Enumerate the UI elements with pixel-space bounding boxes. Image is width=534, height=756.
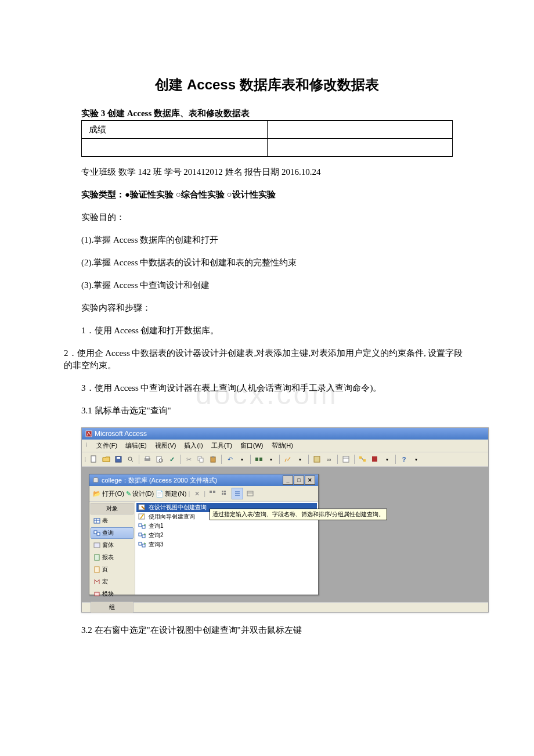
print-preview-icon[interactable] [154,454,165,465]
app-titlebar: Microsoft Access [82,428,488,440]
close-button[interactable]: ✕ [305,476,315,485]
dropdown-icon[interactable]: ▼ [266,454,276,465]
objects-tables[interactable]: 表 [91,515,134,527]
toolbar-separator [250,455,251,464]
objects-forms[interactable]: 窗体 [91,539,134,551]
toolbar: ⁞ ✓ ✂ ↶ ▼ ▼ ▼ ∞ [82,452,488,467]
svg-line-5 [131,460,133,462]
step-3: 3．使用 Access 中查询设计器在表上查询(人机会话查询和手工录入查询命令)… [81,382,470,394]
new-file-icon[interactable] [89,454,99,465]
list-query-2[interactable]: 查询2 [136,531,317,540]
office-links-icon[interactable] [254,454,264,465]
menu-insert[interactable]: 插入(I) [184,441,203,450]
svg-rect-20 [343,456,349,462]
design-shortcut-icon [138,504,146,511]
small-icons-icon[interactable] [219,488,230,499]
menu-view[interactable]: 视图(V) [155,441,176,450]
save-icon[interactable] [113,454,124,465]
dropdown-icon[interactable]: ▼ [295,454,305,465]
score-cell-empty1 [82,139,268,157]
menu-edit[interactable]: 编辑(E) [125,441,147,450]
menu-help[interactable]: 帮助(H) [272,441,293,450]
undo-icon[interactable]: ↶ [225,454,235,465]
search-icon[interactable] [125,454,136,465]
svg-rect-32 [224,493,226,495]
maximize-button[interactable]: □ [294,476,304,485]
open-file-icon[interactable] [101,454,111,465]
svg-rect-15 [259,458,262,461]
page-title: 创建 Access 数据库表和修改数据表 [64,75,470,94]
document-page: docx.com 创建 Access 数据库表和修改数据表 实验 3 创建 Ac… [0,0,534,756]
score-table: 成绩 [81,120,453,157]
menu-window[interactable]: 窗口(W) [240,441,264,450]
db-toolbar: 📂打开(O) ✎设计(D) 📄新建(N) | ✕ | [89,486,318,502]
cut-icon[interactable]: ✂ [183,454,194,465]
queries-label: 查询 [102,529,114,537]
content-heading: 实验内容和步骤： [81,302,470,314]
step-3-1: 3.1 鼠标单击选定"查询" [81,405,470,417]
large-icons-icon[interactable] [207,488,218,499]
toolbar-grip-icon: ⁞ [84,456,86,463]
toolbar-separator [354,455,355,464]
db-open-button[interactable]: 📂打开(O) [93,489,124,498]
toolbar-options-icon[interactable]: ▾ [411,454,421,465]
objects-pages[interactable]: 页 [91,564,134,575]
macros-label: 宏 [102,578,108,586]
menubar-grip-icon: ⁞ [85,441,87,450]
svg-rect-38 [94,519,100,523]
toolbar-separator [180,455,181,464]
dropdown-icon[interactable]: ▼ [382,454,392,465]
analyze-icon[interactable] [283,454,293,465]
toolbar-separator [221,455,222,464]
dropdown-icon[interactable]: ▼ [237,454,247,465]
list-view-icon[interactable] [232,488,243,499]
objects-reports[interactable]: 报表 [91,552,134,563]
list-create-wizard-label: 使用向导创建查询 [149,513,195,521]
spellcheck-icon[interactable]: ✓ [167,454,177,465]
svg-line-17 [286,459,288,460]
menu-file[interactable]: 文件(F) [96,441,117,450]
copy-icon[interactable] [196,454,206,465]
query-icon [93,530,100,537]
delete-icon[interactable]: ✕ [192,488,202,499]
print-icon[interactable] [142,454,153,465]
db-title-text: college：数据库 (Access 2000 文件格式) [102,476,217,485]
svg-rect-22 [359,456,362,459]
relationships2-icon[interactable] [358,454,368,465]
details-view-icon[interactable] [245,488,255,499]
window-buttons: _ □ ✕ [283,476,315,485]
list-q1-label: 查询1 [149,522,164,530]
objects-modules[interactable]: 模块 [91,588,134,600]
db-design-button[interactable]: ✎设计(D) [126,489,154,498]
new-object-icon[interactable] [370,454,380,465]
menu-tools[interactable]: 工具(T) [211,441,232,450]
db-new-button[interactable]: 📄新建(N) [156,489,186,498]
svg-rect-1 [91,456,96,462]
groups-header: 组 [91,602,134,613]
svg-rect-27 [210,491,212,493]
open-icon: 📂 [93,490,101,498]
relationships-icon[interactable]: ∞ [324,454,334,465]
svg-rect-31 [222,493,223,495]
properties-icon[interactable] [341,454,351,465]
reports-label: 报表 [102,553,114,561]
paste-icon[interactable] [208,454,218,465]
code-icon[interactable] [312,454,322,465]
purpose-item-3: (3).掌握 Access 中查询设计和创建 [81,279,470,291]
svg-rect-54 [139,542,142,545]
forms-label: 窗体 [102,541,114,549]
pages-label: 页 [102,566,108,574]
objects-queries[interactable]: 查询 [91,527,134,539]
modules-label: 模块 [102,590,114,598]
step-2: 2．使用企 Access 中数据表的设计器设计并创建表,对表添加主键,对表添加用… [64,347,470,372]
access-screenshot: Microsoft Access ⁞ 文件(F) 编辑(E) 视图(V) 插入(… [81,427,489,613]
db-design-label: 设计(D) [132,489,154,498]
svg-rect-23 [363,459,366,462]
list-query-1[interactable]: 查询1 [136,521,317,531]
list-query-3[interactable]: 查询3 [136,540,317,549]
help-icon[interactable]: ? [399,454,409,465]
module-icon [93,591,100,597]
separator: | [204,490,205,497]
minimize-button[interactable]: _ [283,476,293,485]
objects-macros[interactable]: 宏 [91,576,134,588]
